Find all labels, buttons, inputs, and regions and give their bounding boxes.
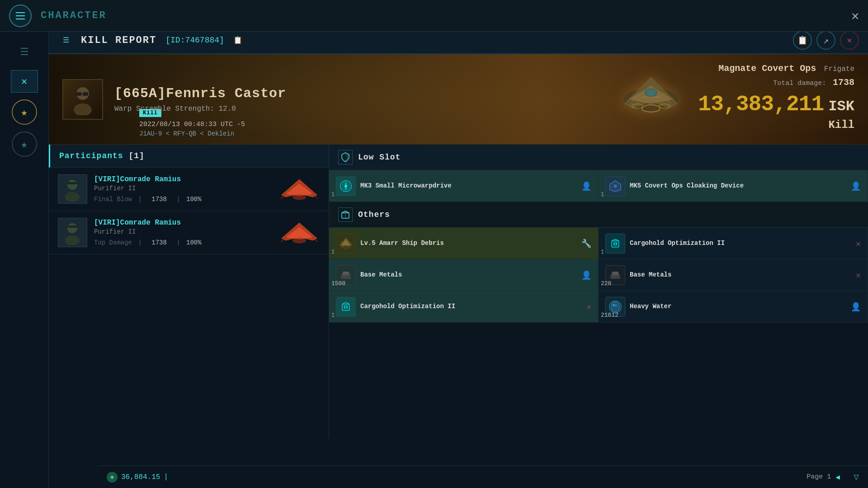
content-area: Participants [1] [VIRI]Comrade Rami [49, 145, 868, 438]
app-close-button[interactable]: ✕ [851, 8, 859, 23]
credits-value: 36,884.15 [121, 473, 160, 481]
cloaking-action[interactable]: 👤 [851, 181, 861, 191]
participants-title: Participants [1] [59, 151, 145, 160]
svg-rect-51 [343, 272, 349, 273]
svg-rect-28 [66, 226, 80, 227]
slots-panel: Low Slot 1 MK3 Small Microwarpdr [329, 145, 868, 438]
svg-point-17 [65, 192, 80, 202]
top-bar: CHARACTER ✕ [0, 0, 868, 32]
participant-row-2: [VIRI]Comrade Ramius Purifier II Top Dam… [49, 211, 329, 254]
close-icon: ✕ [847, 35, 852, 45]
bottom-bar: ◈ 36,884.15 | Page 1 ◀ ▽ [98, 465, 868, 488]
svg-rect-60 [344, 305, 345, 309]
svg-point-22 [292, 194, 306, 200]
microwarpdrive-action[interactable]: 👤 [581, 181, 591, 191]
svg-rect-2 [76, 92, 81, 96]
svg-point-1 [74, 103, 92, 115]
slot-item-microwarpdrive: 1 MK3 Small Microwarpdrive 👤 [329, 170, 599, 202]
cloaking-icon [605, 176, 625, 196]
filter-button[interactable]: ▽ [854, 471, 859, 483]
cargohold-1-icon [605, 234, 625, 253]
victim-banner: [665A]Fennris Castor Warp Scramble Stren… [49, 54, 868, 145]
cargohold-2-name: Cargohold Optimization II [360, 302, 586, 310]
svg-rect-53 [349, 276, 351, 279]
share-icon: ↗ [823, 35, 829, 46]
participants-panel: Participants [1] [VIRI]Comrade Rami [49, 145, 329, 438]
credits-separator: | [164, 473, 168, 481]
slot-item-base-metals-1: 1500 Base Metals 👤 [329, 259, 599, 291]
cloaking-name: MK5 Covert Ops Cloaking Device [630, 182, 851, 190]
star-icon-bottom: ★ [21, 138, 27, 151]
debris-name: Lv.5 Amarr Ship Debris [360, 239, 581, 247]
panel-menu-icon: ☰ [63, 36, 69, 45]
svg-rect-48 [616, 242, 617, 245]
cargohold-1-name: Cargohold Optimization II [630, 239, 856, 247]
low-slot-header: Low Slot [329, 145, 868, 170]
svg-rect-52 [340, 276, 342, 279]
slot-item-cargohold-1: 1 Cargohold Optimization II ✕ [599, 228, 868, 259]
svg-point-16 [67, 180, 77, 190]
others-header: Others [329, 202, 868, 228]
victim-avatar [62, 79, 103, 120]
close-button[interactable]: ✕ [840, 31, 859, 50]
others-icon [338, 207, 353, 222]
isk-label: ISK [828, 98, 854, 115]
sidebar-menu-icon: ☰ [20, 46, 29, 58]
panel-menu-button[interactable]: ☰ [58, 32, 74, 48]
hamburger-icon [16, 12, 25, 19]
heavy-water-action[interactable]: 👤 [851, 302, 861, 312]
svg-rect-59 [342, 304, 349, 310]
svg-rect-58 [619, 276, 621, 279]
debris-icon [336, 234, 356, 253]
svg-point-65 [613, 304, 614, 306]
share-button[interactable]: ↗ [816, 31, 835, 50]
cargohold-1-action[interactable]: ✕ [856, 239, 861, 249]
header-actions: 📋 ↗ ✕ [793, 31, 859, 50]
svg-rect-56 [613, 272, 618, 273]
result-label: Kill [698, 119, 854, 131]
low-slot-title: Low Slot [358, 153, 401, 162]
sidebar-menu-button[interactable]: ☰ [11, 41, 38, 63]
base-metals-2-action[interactable]: ✕ [856, 270, 861, 280]
svg-point-36 [344, 185, 347, 188]
svg-point-39 [613, 184, 617, 188]
low-slot-icon [338, 150, 353, 164]
slot-item-debris: 1 Lv.5 Amarr Ship Debris 🔧 [329, 228, 599, 259]
svg-rect-57 [610, 276, 612, 279]
sidebar-star-button-bottom[interactable]: ★ [12, 131, 37, 157]
base-metals-2-name: Base Metals [630, 271, 856, 279]
low-slot-grid: 1 MK3 Small Microwarpdrive 👤 1 [329, 170, 868, 202]
victim-datetime: 2022/08/13 00:48:33 UTC -5 [139, 121, 245, 128]
total-damage-value: 1738 [833, 77, 854, 88]
sidebar-crosshair-button[interactable]: ✕ [11, 70, 38, 93]
star-icon-top: ★ [21, 106, 27, 119]
participant-avatar-1 [58, 174, 87, 204]
heavy-water-name: Heavy Water [630, 302, 851, 310]
app-menu-button[interactable] [9, 5, 32, 27]
svg-rect-47 [613, 242, 615, 245]
bottom-pagination: Page 1 ◀ ▽ [807, 471, 859, 483]
main-panel: ☰ KILL REPORT [ID:7467884] 📋 📋 ↗ ✕ [49, 27, 868, 488]
base-metals-1-action[interactable]: 👤 [581, 270, 591, 280]
debris-action[interactable]: 🔧 [581, 239, 591, 249]
participant-ship-img-2 [279, 220, 320, 245]
microwarpdrive-icon [336, 176, 356, 196]
participants-count: [1] [128, 151, 144, 160]
participants-header: Participants [1] [49, 145, 329, 168]
svg-point-31 [292, 238, 306, 243]
participant-row: [VIRI]Comrade Ramius Purifier II Final B… [49, 168, 329, 211]
others-grid: 1 Lv.5 Amarr Ship Debris 🔧 1 [329, 228, 868, 323]
svg-point-14 [646, 89, 656, 96]
clipboard-button[interactable]: 📋 [793, 31, 812, 50]
bottom-credits: ◈ 36,884.15 | [107, 472, 168, 483]
page-prev-button[interactable]: ◀ [835, 473, 840, 482]
sidebar-star-button-top[interactable]: ★ [12, 99, 37, 125]
microwarpdrive-name: MK3 Small Microwarpdrive [360, 182, 581, 190]
ship-class: Magnate Covert Ops [718, 63, 816, 74]
slot-item-cargohold-2: 1 Cargohold Optimization II ✕ [329, 291, 599, 323]
victim-location: J1AU-9 < RFY-QB < Deklein [139, 130, 234, 137]
total-damage-label: Total damage: [773, 80, 826, 87]
crosshair-icon: ✕ [21, 75, 27, 88]
copy-icon[interactable]: 📋 [233, 36, 242, 45]
cargohold-2-action[interactable]: ✕ [586, 302, 591, 312]
